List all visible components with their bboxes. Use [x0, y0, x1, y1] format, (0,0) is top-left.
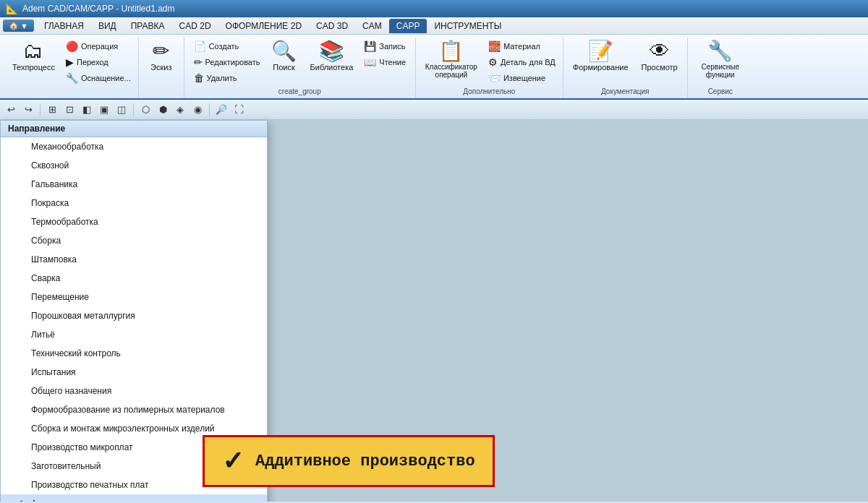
- zapis-col: 💾 Запись 📖 Чтение: [361, 39, 409, 69]
- additional-label: Дополнительно: [460, 86, 518, 97]
- osnashchenie-button[interactable]: 🔧 Оснащение...: [63, 71, 134, 85]
- nav-btn-3[interactable]: ◈: [172, 102, 188, 118]
- dropdown-item-11[interactable]: Технический контроль: [1, 344, 267, 363]
- perekhod-button[interactable]: ▶ Переход: [63, 55, 134, 69]
- menu-oformlenie2d[interactable]: ОФОРМЛЕНИЕ 2D: [218, 19, 310, 33]
- chtenie-icon: 📖: [364, 56, 376, 68]
- service-label: Сервисныефункции: [701, 63, 739, 79]
- ribbon-group-documentation: 📝 Формирование 👁 Просмотр Документация: [563, 38, 688, 98]
- view-btn-2[interactable]: ▣: [96, 102, 112, 118]
- menu-pravka[interactable]: ПРАВКА: [124, 19, 172, 33]
- eskiz-icon: ✏: [153, 41, 169, 61]
- dropdown-item-9[interactable]: Порошковая металлургия: [1, 306, 267, 325]
- detal-button[interactable]: ⚙ Деталь для ВД: [485, 55, 558, 69]
- title-text: Adem CAD/CAM/CAPP - Untitled1.adm: [22, 4, 175, 14]
- service-button[interactable]: 🔧 Сервисныефункции: [696, 39, 744, 81]
- app-menu-button[interactable]: 🏠 ▼: [3, 20, 34, 32]
- search-button[interactable]: 🔍 Поиск: [266, 39, 302, 74]
- osnashchenie-icon: 🔧: [66, 72, 78, 84]
- eskiz-button[interactable]: ✏ Эскиз: [143, 39, 179, 74]
- classifier-icon: 📋: [438, 41, 464, 61]
- check-19: ✓: [15, 498, 27, 502]
- ribbon-group-service: 🔧 Сервисныефункции Сервис: [688, 38, 753, 98]
- nav-btn-4[interactable]: ◉: [190, 102, 205, 118]
- check-13: [15, 385, 27, 397]
- check-4: [15, 216, 27, 228]
- app-menu-icon: 🏠: [9, 21, 19, 30]
- ribbon-group-additional: 📋 Классификаторопераций 🧱 Материал ⚙ Дет…: [416, 38, 563, 98]
- dropdown-item-14[interactable]: Формообразование из полимерных материало…: [1, 400, 267, 419]
- view-btn-1[interactable]: ◧: [79, 102, 95, 118]
- check-11: [15, 348, 27, 359]
- create-button[interactable]: 📄 Создать: [191, 39, 263, 53]
- menu-cam[interactable]: CAM: [355, 19, 389, 33]
- check-8: [15, 291, 27, 303]
- dropdown-item-5[interactable]: Сборка: [1, 231, 267, 250]
- menu-vid[interactable]: ВИД: [91, 19, 124, 33]
- dropdown-item-7[interactable]: Сварка: [1, 269, 267, 288]
- material-icon: 🧱: [488, 40, 501, 52]
- dropdown-item-12[interactable]: Испытания: [1, 363, 267, 382]
- chtenie-button[interactable]: 📖 Чтение: [361, 55, 409, 69]
- toolbar-sep-3: [209, 103, 210, 116]
- check-6: [15, 254, 27, 265]
- library-col: 📚 Библиотека: [305, 39, 359, 74]
- dropdown-item-2[interactable]: Гальваника: [1, 175, 267, 194]
- undo-button[interactable]: ↩: [3, 102, 19, 118]
- edit-icon: ✏: [194, 56, 203, 68]
- app-menu-arrow: ▼: [20, 22, 28, 30]
- edit-button[interactable]: ✏ Редактировать: [191, 55, 263, 69]
- material-label: Материал: [503, 42, 540, 51]
- dropdown-item-1[interactable]: Сквозной: [1, 156, 267, 175]
- material-button[interactable]: 🧱 Материал: [485, 39, 558, 53]
- operation-button[interactable]: 🔴 Операция: [63, 39, 134, 53]
- menu-cad2d[interactable]: CAD 2D: [172, 19, 218, 33]
- dropdown-item-3[interactable]: Покраска: [1, 194, 267, 212]
- izveshchenie-label: Извещение: [503, 74, 545, 82]
- dropdown-item-6[interactable]: Штамповка: [1, 250, 267, 269]
- zapis-button[interactable]: 💾 Запись: [361, 39, 409, 53]
- view-btn-3[interactable]: ◫: [114, 102, 129, 118]
- library-icon: 📚: [319, 41, 344, 61]
- delete-button[interactable]: 🗑 Удалить: [191, 71, 263, 85]
- formirование-button[interactable]: 📝 Формирование: [568, 39, 634, 74]
- detal-icon: ⚙: [488, 56, 498, 68]
- library-button[interactable]: 📚 Библиотека: [305, 39, 359, 74]
- eskiz-label: Эскиз: [150, 63, 171, 72]
- zapis-label: Запись: [379, 42, 405, 51]
- techprocess-button[interactable]: 🗂 Техпроцесс: [7, 39, 60, 74]
- menu-cad3d[interactable]: CAD 3D: [309, 19, 355, 33]
- dropdown-item-19[interactable]: ✓ Аддитивное производство: [1, 494, 267, 502]
- prosmotr-button[interactable]: 👁 Просмотр: [637, 39, 683, 74]
- menu-instrumenty[interactable]: ИНСТРУМЕНТЫ: [427, 19, 509, 33]
- title-bar: 📐 Adem CAD/CAM/CAPP - Untitled1.adm: [0, 0, 868, 17]
- detal-label: Деталь для ВД: [501, 58, 556, 66]
- classifier-button[interactable]: 📋 Классификаторопераций: [420, 39, 482, 81]
- grid-btn-2[interactable]: ⊡: [61, 102, 77, 118]
- techprocess-label: Техпроцесс: [12, 63, 55, 72]
- delete-label: Удалить: [207, 74, 237, 82]
- menu-glavnaya[interactable]: ГЛАВНАЯ: [37, 19, 91, 33]
- search-label: Поиск: [273, 63, 294, 72]
- grid-btn-1[interactable]: ⊞: [44, 102, 60, 118]
- izveshchenie-button[interactable]: 📨 Извещение: [485, 71, 558, 85]
- dropdown-item-10[interactable]: Литьё: [1, 325, 267, 344]
- dropdown-item-13[interactable]: Общего назначения: [1, 382, 267, 400]
- zoom-btn[interactable]: 🔎: [213, 102, 229, 118]
- perekhod-label: Переход: [77, 58, 109, 66]
- menu-capp[interactable]: CAPP: [389, 19, 427, 33]
- dropdown-item-8[interactable]: Перемещение: [1, 288, 267, 306]
- perekhod-icon: ▶: [66, 56, 74, 68]
- fit-btn[interactable]: ⛶: [231, 102, 247, 118]
- check-10: [15, 329, 27, 340]
- ribbon-group-techprocess: 🗂 Техпроцесс 🔴 Операция ▶ Переход 🔧 Осна…: [3, 38, 139, 98]
- service-label: Сервис: [705, 86, 736, 97]
- selected-item-tooltip: ✓ Аддитивное производство: [203, 435, 495, 487]
- dropdown-item-0[interactable]: Механообработка: [1, 137, 267, 156]
- check-17: [15, 460, 27, 472]
- dropdown-item-4[interactable]: Термообработка: [1, 212, 267, 231]
- nav-btn-2[interactable]: ⬢: [155, 102, 171, 118]
- nav-btn-1[interactable]: ⬡: [137, 102, 153, 118]
- formirovaniye-icon: 📝: [588, 41, 613, 61]
- redo-button[interactable]: ↪: [20, 102, 36, 118]
